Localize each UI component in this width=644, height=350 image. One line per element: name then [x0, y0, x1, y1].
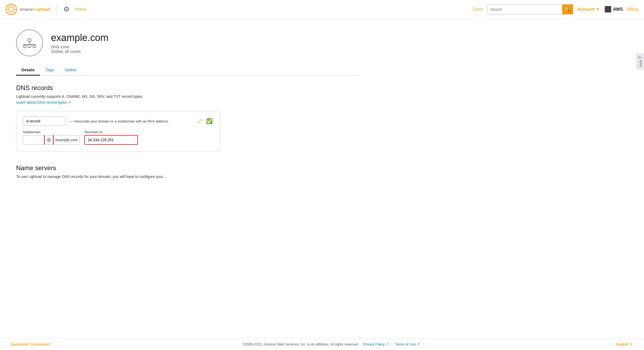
learn-dns-link[interactable]: Learn about DNS record types ↗ [16, 100, 71, 105]
subdomain-label: Subdomain [23, 130, 80, 134]
account-chevron-icon: ▼ [596, 7, 600, 12]
tab-details[interactable]: Details [16, 65, 40, 76]
search-icon: 🔍 [565, 7, 570, 12]
edit-icon: 🖊 [198, 118, 203, 124]
dns-records-section: DNS records Lightsail currently supports… [16, 84, 360, 151]
subdomain-input[interactable] [23, 138, 45, 142]
help-panel[interactable]: ? Help [636, 54, 644, 69]
resolves-field-group: Resolves to [84, 130, 138, 145]
record-type-description: — Associate your domain or a subdomain w… [70, 119, 192, 123]
account-label: Account [577, 7, 595, 12]
logo-text: Amazon Lightsail [20, 7, 50, 12]
tab-delete[interactable]: Delete [59, 65, 82, 76]
search-button[interactable]: 🔍 [562, 5, 573, 14]
record-actions: 🖊 ✅ [196, 117, 213, 125]
name-servers-title: Name servers [16, 164, 360, 172]
svg-line-9 [7, 12, 9, 13]
name-servers-description: To use Lightsail to manage DNS records f… [16, 174, 360, 179]
docs-link[interactable]: Docs [473, 7, 483, 12]
svg-point-1 [9, 7, 14, 12]
record-fields-row: Subdomain @ example.com Resolves to [23, 130, 213, 145]
svg-point-13 [28, 44, 31, 48]
record-type-row: A record CNAME record MX record NS recor… [23, 117, 213, 126]
resolves-to-input[interactable] [84, 135, 138, 145]
record-type-select[interactable]: A record CNAME record MX record NS recor… [23, 117, 66, 126]
svg-line-7 [13, 12, 15, 13]
account-menu[interactable]: Account ▼ [577, 7, 600, 12]
billing-link[interactable]: Billing [627, 7, 639, 12]
tab-bar: Details Tags Delete [16, 65, 360, 76]
svg-line-8 [13, 5, 15, 7]
record-type-select-wrapper: A record CNAME record MX record NS recor… [23, 117, 66, 126]
confirm-record-button[interactable]: ✅ [205, 117, 213, 125]
home-link[interactable]: Home [75, 7, 86, 12]
settings-icon[interactable]: ⚙ [63, 5, 69, 13]
dns-record-card: A record CNAME record MX record NS recor… [16, 111, 220, 151]
aws-link[interactable]: ⬛ AWS [604, 6, 623, 13]
main-header: Amazon Lightsail ⚙ Home Docs 🔍 Account ▼… [0, 0, 644, 19]
subdomain-at-symbol: @ [45, 135, 53, 144]
lightsail-logo-icon [5, 3, 17, 15]
subdomain-field-group: Subdomain @ example.com [23, 130, 80, 145]
tab-tags[interactable]: Tags [40, 65, 59, 76]
help-label: Help [639, 60, 642, 67]
domain-type: DNS zone [51, 44, 108, 49]
checkmark-icon: ✅ [206, 118, 213, 124]
name-servers-section: Name servers To use Lightsail to manage … [16, 164, 360, 179]
aws-label: AWS [613, 7, 623, 12]
svg-line-6 [7, 5, 9, 7]
search-box: 🔍 [487, 4, 573, 14]
domain-name: example.com [51, 32, 108, 43]
header-divider [57, 4, 57, 15]
subdomain-domain-suffix: example.com [53, 135, 80, 144]
search-input[interactable] [488, 5, 562, 14]
svg-point-10 [28, 39, 31, 42]
main-content: example.com DNS zone Global, all zones D… [0, 19, 376, 195]
edit-record-button[interactable]: 🖊 [196, 117, 204, 125]
network-icon [21, 35, 38, 51]
domain-icon [16, 29, 43, 56]
resolves-label: Resolves to [84, 130, 138, 134]
logo-link[interactable]: Amazon Lightsail [5, 3, 50, 15]
domain-scope: Global, all zones [51, 49, 108, 54]
help-icon: ? [638, 56, 643, 59]
subdomain-input-wrapper: @ example.com [23, 135, 80, 145]
aws-icon: ⬛ [604, 6, 612, 13]
dns-records-title: DNS records [16, 84, 360, 92]
domain-header: example.com DNS zone Global, all zones [16, 29, 360, 56]
domain-info: example.com DNS zone Global, all zones [51, 32, 108, 54]
dns-records-description: Lightsail currently supports A, CNAME, M… [16, 94, 360, 99]
